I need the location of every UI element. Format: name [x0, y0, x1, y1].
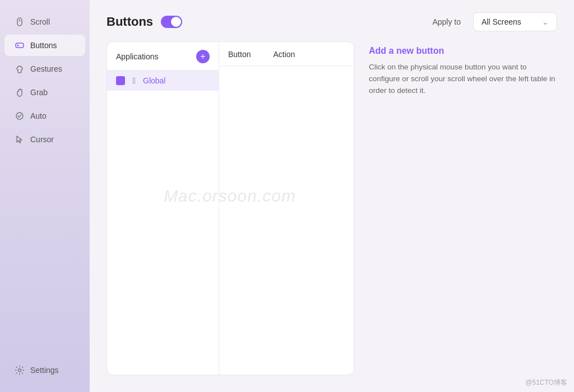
cursor-icon: [15, 134, 25, 144]
button-action-table: Button Action: [219, 42, 354, 375]
toggle-switch[interactable]: [161, 16, 182, 28]
svg-rect-0: [17, 18, 22, 26]
plus-icon: +: [200, 52, 205, 61]
settings-icon: [15, 365, 25, 375]
sidebar-item-settings-label: Settings: [30, 366, 59, 375]
screen-dropdown[interactable]: All Screens ⌄: [473, 12, 557, 31]
sidebar-item-gestures[interactable]: Gestures: [4, 58, 85, 80]
button-action-body: [219, 66, 354, 375]
apple-icon: : [129, 76, 138, 85]
buttons-toggle[interactable]: [161, 16, 182, 28]
info-panel-title: Add a new button: [369, 46, 557, 56]
app-row-global[interactable]:  Global: [107, 71, 219, 91]
info-panel: Add a new button Click on the physical m…: [363, 41, 557, 375]
chevron-down-icon: ⌄: [542, 17, 549, 26]
page-title: Buttons: [107, 15, 153, 29]
sidebar-item-auto-label: Auto: [30, 111, 47, 120]
button-action-header: Button Action: [219, 42, 354, 66]
sidebar-item-settings[interactable]: Settings: [4, 360, 85, 381]
apply-to-label: Apply to: [432, 17, 461, 26]
buttons-icon: [15, 40, 25, 50]
tables-panel: Applications +  Global Button: [107, 41, 354, 375]
gestures-icon: [15, 64, 25, 74]
sidebar-item-cursor[interactable]: Cursor: [4, 129, 85, 150]
sidebar: Scroll Buttons Gestures Grab: [0, 0, 90, 392]
applications-table: Applications +  Global: [107, 42, 219, 375]
applications-table-header: Applications +: [107, 42, 219, 71]
content-area: Applications +  Global Button: [90, 41, 574, 392]
sidebar-item-buttons-label: Buttons: [30, 41, 57, 50]
auto-icon: [15, 111, 25, 121]
app-square-icon: [116, 76, 125, 85]
header: Buttons Apply to All Screens ⌄: [90, 0, 574, 41]
sidebar-item-cursor-label: Cursor: [30, 135, 54, 144]
sidebar-item-grab[interactable]: Grab: [4, 82, 85, 103]
sidebar-item-gestures-label: Gestures: [30, 64, 62, 73]
app-name-global: Global: [143, 76, 165, 85]
sidebar-spacer: [0, 152, 90, 357]
svg-point-3: [17, 45, 19, 46]
applications-column-label: Applications: [116, 52, 159, 61]
sidebar-item-auto[interactable]: Auto: [4, 105, 85, 127]
sidebar-item-scroll-label: Scroll: [30, 17, 50, 26]
svg-rect-2: [16, 43, 24, 48]
toggle-knob: [171, 17, 181, 27]
info-panel-description: Click on the physical mouse button you w…: [369, 62, 557, 97]
action-column-label: Action: [273, 50, 295, 59]
sidebar-item-grab-label: Grab: [30, 88, 48, 97]
sidebar-item-buttons[interactable]: Buttons: [4, 35, 85, 56]
add-application-button[interactable]: +: [196, 50, 210, 63]
applications-table-body:  Global: [107, 71, 219, 375]
grab-icon: [15, 87, 25, 97]
svg-point-5: [18, 369, 21, 372]
button-column-label: Button: [228, 50, 251, 59]
sidebar-item-scroll[interactable]: Scroll: [4, 11, 85, 32]
screen-dropdown-value: All Screens: [482, 17, 521, 26]
main-content: Buttons Apply to All Screens ⌄ Applicati…: [90, 0, 574, 392]
scroll-icon: [15, 17, 25, 27]
